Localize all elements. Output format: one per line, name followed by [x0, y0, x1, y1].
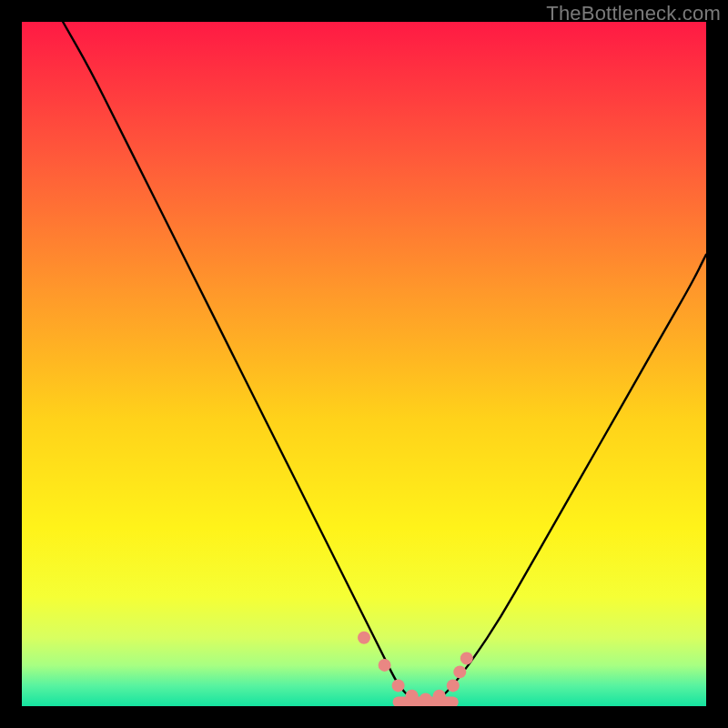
- gradient-background: [22, 22, 706, 706]
- bottleneck-chart: [22, 22, 706, 706]
- marker-dot: [420, 693, 432, 706]
- chart-frame: [22, 22, 706, 706]
- marker-dot: [433, 690, 446, 703]
- marker-dot: [358, 632, 370, 644]
- marker-dot: [379, 659, 391, 672]
- marker-dot: [392, 679, 405, 692]
- watermark-text: TheBottleneck.com: [546, 2, 721, 25]
- marker-dot: [453, 665, 466, 678]
- marker-dot: [447, 679, 460, 692]
- marker-dot: [406, 690, 419, 703]
- marker-dot: [460, 652, 473, 664]
